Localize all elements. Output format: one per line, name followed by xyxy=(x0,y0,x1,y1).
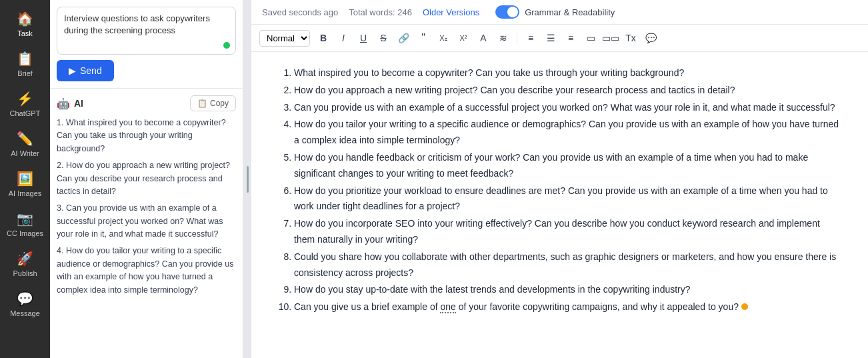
sidebar-item-label: CC Images xyxy=(7,229,43,237)
list-item: How do you approach a new writing projec… xyxy=(294,83,841,99)
list-item: How do you incorporate SEO into your wri… xyxy=(294,216,841,248)
grammar-label: Grammar & Readability xyxy=(525,7,615,17)
italic-button[interactable]: I xyxy=(334,29,353,47)
sidebar-item-ai-writer[interactable]: ✏️ AI Writer xyxy=(3,125,48,163)
chat-input-box[interactable]: Interview questions to ask copywriters d… xyxy=(57,7,236,55)
sidebar-item-chatgpt[interactable]: ⚡ ChatGPT xyxy=(3,85,48,123)
highlight-button[interactable]: ≋ xyxy=(494,29,513,47)
sidebar-item-label: Publish xyxy=(13,269,37,277)
ai-label: 🤖 AI xyxy=(57,97,83,110)
clear-format-button[interactable]: Tx xyxy=(621,29,640,47)
ai-message-header: 🤖 AI 📋 Copy xyxy=(57,95,236,111)
send-label: Send xyxy=(80,65,102,76)
sidebar-item-label: AI Writer xyxy=(11,149,39,157)
ai-label-text: AI xyxy=(74,98,83,109)
editor-panel: Saved seconds ago Total words: 246 Older… xyxy=(251,0,868,358)
copy-button[interactable]: 📋 Copy xyxy=(190,95,236,111)
message-text: 1. What inspired you to become a copywri… xyxy=(57,117,236,297)
sidebar-item-label: Brief xyxy=(17,69,33,77)
message-icon: 💬 xyxy=(17,291,33,307)
sidebar-item-task[interactable]: 🏠 Task xyxy=(3,5,48,43)
content-list: What inspired you to become a copywriter… xyxy=(278,65,841,315)
list-item: How do you stay up-to-date with the late… xyxy=(294,282,841,298)
copy-label: Copy xyxy=(210,99,229,108)
copy-icon: 📋 xyxy=(197,99,207,108)
quote-button[interactable]: " xyxy=(414,29,433,47)
chat-panel: Interview questions to ask copywriters d… xyxy=(50,0,243,358)
status-dot xyxy=(223,42,230,49)
chat-input-text[interactable]: Interview questions to ask copywriters d… xyxy=(64,13,229,37)
grammar-toggle-area: Grammar & Readability xyxy=(495,5,615,19)
send-icon: ▶ xyxy=(69,65,76,76)
ordered-list-button[interactable]: ≡ xyxy=(521,29,540,47)
list-item: Could you share how you collaborate with… xyxy=(294,249,841,281)
superscript-button[interactable]: X² xyxy=(454,29,473,47)
sidebar-item-label: Message xyxy=(10,309,40,317)
list-item: Can you give us a brief example of one o… xyxy=(294,299,841,315)
older-versions-link[interactable]: Older Versions xyxy=(423,7,479,17)
sidebar-item-publish[interactable]: 🚀 Publish xyxy=(3,245,48,283)
sidebar-item-cc-images[interactable]: 📷 CC Images xyxy=(3,205,48,243)
editor-topbar: Saved seconds ago Total words: 246 Older… xyxy=(251,0,868,25)
table-button[interactable]: ▭▭ xyxy=(601,29,620,47)
saved-text: Saved seconds ago xyxy=(262,7,338,17)
cc-images-icon: 📷 xyxy=(17,211,33,227)
list-item: How do you handle feedback or criticism … xyxy=(294,150,841,182)
sidebar: 🏠 Task 📋 Brief ⚡ ChatGPT ✏️ AI Writer 🖼️… xyxy=(0,0,50,358)
link-button[interactable]: 🔗 xyxy=(394,29,413,47)
sidebar-item-label: AI Images xyxy=(9,189,42,197)
send-button[interactable]: ▶ Send xyxy=(57,60,114,81)
editor-content[interactable]: What inspired you to become a copywriter… xyxy=(251,52,868,358)
sidebar-item-label: ChatGPT xyxy=(10,109,41,117)
grammar-toggle[interactable] xyxy=(495,5,519,19)
list-item: Can you provide us with an example of a … xyxy=(294,100,841,116)
comment-button[interactable]: 💬 xyxy=(641,29,660,47)
image-button[interactable]: ▭ xyxy=(581,29,600,47)
resize-handle[interactable] xyxy=(243,0,251,358)
task-icon: 🏠 xyxy=(17,11,33,27)
chat-messages: 🤖 AI 📋 Copy 1. What inspired you to beco… xyxy=(50,89,243,358)
brief-icon: 📋 xyxy=(17,51,33,67)
sidebar-item-brief[interactable]: 📋 Brief xyxy=(3,45,48,83)
ai-writer-icon: ✏️ xyxy=(17,131,33,147)
format-select[interactable]: Normal xyxy=(259,30,310,47)
bold-button[interactable]: B xyxy=(314,29,333,47)
sidebar-item-ai-images[interactable]: 🖼️ AI Images xyxy=(3,165,48,203)
chat-input-area: Interview questions to ask copywriters d… xyxy=(50,0,243,89)
toolbar-divider-1 xyxy=(517,31,517,45)
unordered-list-button[interactable]: ☰ xyxy=(541,29,560,47)
ai-images-icon: 🖼️ xyxy=(17,171,33,187)
align-button[interactable]: ≡ xyxy=(561,29,580,47)
strikethrough-button[interactable]: S xyxy=(374,29,393,47)
sidebar-item-label: Task xyxy=(17,29,33,37)
list-item: What inspired you to become a copywriter… xyxy=(294,65,841,81)
sidebar-item-message[interactable]: 💬 Message xyxy=(3,285,48,323)
subscript-button[interactable]: X₂ xyxy=(434,29,453,47)
publish-icon: 🚀 xyxy=(17,251,33,267)
list-item: How do you prioritize your workload to e… xyxy=(294,183,841,215)
color-button[interactable]: A xyxy=(474,29,493,47)
chatgpt-icon: ⚡ xyxy=(17,91,33,107)
total-words-label: Total words: xyxy=(349,7,395,17)
list-item: How do you tailor your writing to a spec… xyxy=(294,117,841,149)
underline-button[interactable]: U xyxy=(354,29,373,47)
editor-toolbar: Normal B I U S 🔗 " X₂ X² A ≋ ≡ ☰ ≡ ▭ ▭▭ … xyxy=(251,25,868,52)
total-words: Total words: 246 xyxy=(349,7,412,17)
ai-robot-icon: 🤖 xyxy=(57,97,70,110)
total-words-count: 246 xyxy=(397,7,412,17)
